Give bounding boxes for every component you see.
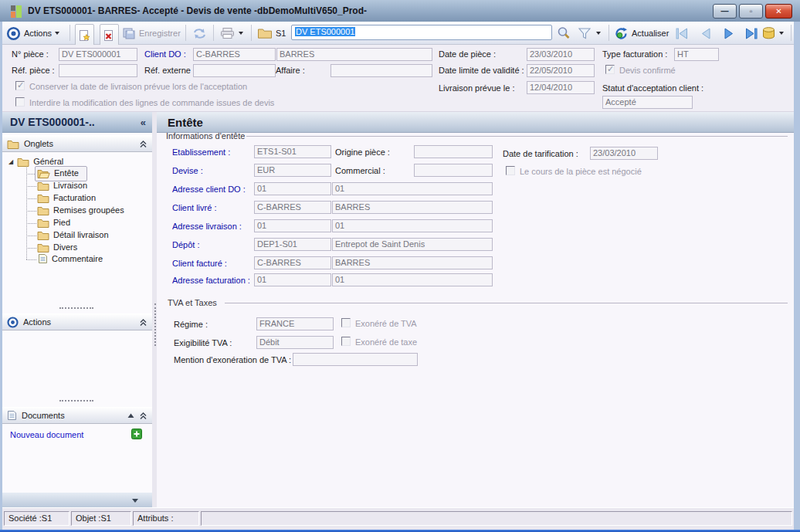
devise-field[interactable]: EUR — [254, 164, 331, 177]
etablissement-field[interactable]: ETS1-S01 — [254, 145, 331, 158]
tree-item-commentaire-label: Commentaire — [52, 254, 103, 263]
adresse-client-do-code-field[interactable]: 01 — [254, 182, 331, 195]
app-window: DV ETS000001- BARRES- Accepté - Devis de… — [0, 0, 800, 532]
status-societe: Société :S1 — [4, 511, 69, 526]
last-record-icon — [744, 28, 759, 39]
date-piece-field[interactable]: 23/03/2010 — [527, 48, 595, 61]
folder-icon — [37, 205, 49, 215]
sidebar-main-splitter[interactable] — [154, 303, 156, 346]
depot-code-field[interactable]: DEP1-S01 — [254, 238, 331, 251]
client-facture-name-field[interactable]: BARRES — [332, 256, 493, 269]
origine-piece-field[interactable] — [414, 145, 493, 158]
sidebar-scroll-down[interactable] — [2, 493, 152, 508]
database-dropdown-button[interactable] — [779, 24, 784, 42]
type-facturation-field[interactable]: HT — [674, 48, 719, 61]
mention-exoneration-field[interactable] — [293, 353, 418, 366]
status-bar: Société :S1 Objet :S1 Attributs : — [2, 507, 794, 530]
type-facturation-label: Type facturation : — [602, 49, 667, 59]
new-document-link[interactable]: Nouveau document — [10, 429, 83, 441]
close-button[interactable]: ✕ — [765, 4, 792, 19]
sidebar-collapse-button[interactable]: « — [141, 117, 146, 128]
print-dropdown-icon[interactable] — [239, 32, 243, 35]
add-document-button[interactable] — [131, 429, 142, 439]
tree-item-facturation-label: Facturation — [53, 193, 96, 202]
adresse-client-do-name-field[interactable]: 01 — [332, 182, 493, 195]
tree-item-facturation[interactable]: Facturation — [37, 191, 96, 204]
tree-item-livraison[interactable]: Livraison — [37, 179, 87, 191]
depot-name-field[interactable]: Entrepot de Saint Denis — [332, 238, 493, 251]
exigibilite-field[interactable]: Débit — [256, 336, 334, 349]
livraison-prevue-field[interactable]: 12/04/2010 — [527, 81, 595, 94]
client-do-code-field[interactable]: C-BARRES — [193, 48, 276, 61]
exonere-taxe-checkbox[interactable] — [341, 337, 351, 346]
collapse-chevron-icon[interactable] — [139, 412, 147, 420]
panel-splitter-handle[interactable] — [59, 307, 93, 309]
affaire-field[interactable] — [331, 64, 432, 77]
chevron-down-icon — [596, 32, 601, 35]
sync-button[interactable] — [192, 24, 207, 42]
search-button[interactable] — [557, 24, 571, 42]
minimize-button[interactable]: — — [713, 4, 737, 19]
conserver-checkbox[interactable] — [15, 81, 25, 90]
collapse-chevron-icon[interactable] — [139, 140, 147, 148]
database-button[interactable] — [761, 24, 776, 42]
delete-button[interactable] — [100, 24, 119, 47]
exonere-tva-checkbox[interactable] — [341, 318, 351, 327]
folder-icon — [7, 139, 19, 149]
nav-last-button[interactable] — [744, 24, 759, 42]
tree-item-detail-livraison[interactable]: Détail livraison — [37, 229, 109, 241]
cours-negocie-checkbox[interactable] — [506, 166, 515, 175]
client-do-name-field[interactable]: BARRES — [276, 48, 432, 61]
piece-field[interactable]: DV ETS000001 — [59, 48, 137, 61]
adresse-facturation-name-field[interactable]: 01 — [332, 273, 493, 286]
tree-item-pied[interactable]: Pied — [37, 216, 70, 229]
sort-up-icon[interactable] — [127, 412, 134, 419]
collapse-chevron-icon[interactable] — [139, 318, 147, 327]
ref-externe-field[interactable] — [193, 64, 276, 77]
print-button[interactable] — [219, 24, 243, 42]
adresse-facturation-code-field[interactable]: 01 — [254, 273, 331, 286]
restore-button[interactable]: ▫ — [739, 4, 763, 19]
panel-splitter-handle[interactable] — [59, 400, 93, 402]
date-validite-label: Date limite de validité : — [439, 66, 524, 75]
regime-field[interactable]: FRANCE — [256, 317, 334, 330]
filter-button[interactable] — [578, 24, 592, 42]
refresh-button[interactable]: Actualiser — [614, 24, 669, 42]
origine-piece-label: Origine pièce : — [335, 147, 390, 157]
statut-acceptation-field[interactable]: Accepté — [602, 96, 693, 109]
commercial-field[interactable] — [414, 164, 493, 177]
regime-label: Régime : — [174, 320, 208, 329]
folder-icon — [37, 181, 49, 191]
documents-panel-header[interactable]: Documents — [2, 407, 152, 424]
nav-next-button[interactable] — [723, 24, 735, 42]
tree-item-commentaire[interactable]: Commentaire — [38, 252, 103, 265]
tree-item-entete[interactable]: Entête — [37, 167, 79, 179]
save-button[interactable]: Enregistrer — [122, 24, 181, 42]
adresse-livraison-code-field[interactable]: 01 — [254, 219, 331, 232]
new-document-button[interactable] — [75, 24, 94, 47]
interdire-checkbox[interactable] — [15, 97, 25, 107]
actions-menu-button[interactable]: Actions — [6, 24, 59, 42]
actions-panel-header[interactable]: Actions — [2, 313, 152, 330]
folder-context-button[interactable]: S1 — [257, 24, 286, 42]
client-livre-code-field[interactable]: C-BARRES — [254, 201, 331, 214]
tree-item-detail-livraison-label: Détail livraison — [53, 230, 109, 239]
tree-item-remises-groupees[interactable]: Remises groupées — [37, 204, 124, 216]
title-bar[interactable]: DV ETS000001- BARRES- Accepté - Devis de… — [0, 0, 800, 22]
ref-piece-field[interactable] — [59, 64, 137, 77]
filter-dropdown-button[interactable] — [596, 24, 601, 42]
status-objet: Objet :S1 — [71, 511, 131, 526]
onglets-panel-header[interactable]: Onglets — [2, 135, 152, 152]
client-facture-code-field[interactable]: C-BARRES — [254, 256, 331, 269]
date-validite-field[interactable]: 22/05/2010 — [527, 64, 595, 77]
date-tarification-field[interactable]: 23/03/2010 — [590, 147, 658, 160]
nav-first-button[interactable] — [675, 24, 689, 42]
search-input[interactable]: DV ETS000001 — [291, 25, 552, 40]
devis-confirme-checkbox[interactable] — [605, 65, 615, 74]
tree-item-divers[interactable]: Divers — [37, 241, 77, 253]
tree-expander-icon[interactable]: ◢ — [8, 158, 13, 165]
client-livre-name-field[interactable]: BARRES — [332, 201, 493, 214]
adresse-livraison-name-field[interactable]: 01 — [332, 219, 493, 232]
nav-prev-button[interactable] — [700, 24, 712, 42]
folder-icon — [37, 230, 49, 240]
